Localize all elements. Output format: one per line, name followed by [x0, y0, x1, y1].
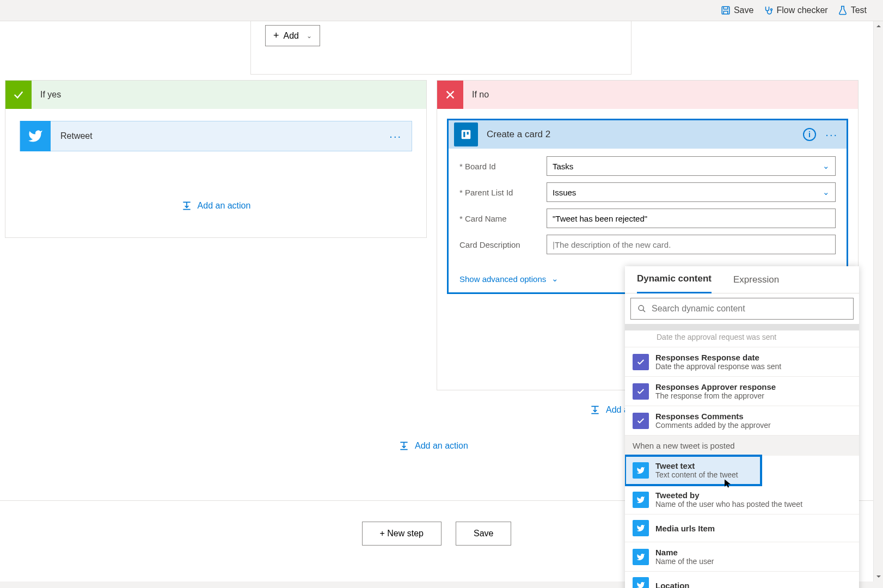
if-yes-header: If yes: [5, 81, 426, 109]
dynamic-item-cut[interactable]: Date the approval request was sent: [625, 330, 859, 347]
dynamic-item-title: Tweeted by: [655, 491, 802, 500]
dynamic-item-desc: Text content of the tweet: [655, 470, 738, 479]
dynamic-item[interactable]: Media urls Item: [625, 514, 859, 542]
x-icon: [437, 81, 463, 109]
tab-dynamic-content[interactable]: Dynamic content: [637, 266, 712, 293]
popup-tabs: Dynamic content Expression: [625, 266, 859, 293]
retweet-more-icon[interactable]: ···: [389, 130, 402, 143]
twitter-icon: [633, 520, 649, 536]
dynamic-item[interactable]: Location: [625, 572, 859, 588]
twitter-icon: [633, 549, 649, 565]
dynamic-item-desc: Comments added by the approver: [655, 421, 771, 430]
create-card-header[interactable]: Create a card 2 i ···: [449, 120, 847, 149]
tab-expression[interactable]: Expression: [733, 267, 779, 293]
dynamic-item[interactable]: Tweeted byName of the user who has poste…: [625, 485, 859, 514]
flow-checker-button[interactable]: Flow checker: [763, 5, 827, 15]
dynamic-item-title: Responses Approver response: [655, 382, 776, 391]
dynamic-item-title: Responses Response date: [655, 353, 781, 362]
save-icon: [721, 5, 731, 15]
twitter-icon: [633, 462, 649, 479]
insert-icon: [181, 200, 192, 211]
svg-rect-4: [467, 132, 469, 135]
save-flow-button[interactable]: Save: [456, 522, 511, 546]
save-button[interactable]: Save: [721, 5, 753, 15]
dynamic-item-title: Media urls Item: [655, 524, 715, 533]
dynamic-content-popup: Dynamic content Expression Date the appr…: [625, 266, 859, 588]
show-adv-label: Show advanced options: [459, 274, 546, 284]
parent-list-value: Issues: [553, 188, 576, 197]
card-desc-field[interactable]: [555, 240, 830, 249]
dynamic-item-title: Responses Comments: [655, 412, 771, 421]
chevron-down-icon: ⌄: [823, 187, 830, 197]
scroll-down-icon[interactable]: [874, 572, 883, 581]
dynamic-search-field[interactable]: [652, 304, 847, 314]
test-label: Test: [851, 5, 867, 15]
add-action-mid-label: Add an action: [415, 441, 468, 451]
svg-point-1: [771, 9, 772, 10]
flow-canvas: + Add ⌄ If yes Retweet ··· Add an action…: [0, 21, 883, 581]
chevron-down-icon: ⌄: [823, 161, 830, 171]
top-toolbar: Save Flow checker Test: [0, 0, 883, 21]
chevron-down-icon: ⌄: [551, 274, 559, 284]
twitter-icon: [20, 121, 51, 151]
dynamic-item-title: Tweet text: [655, 461, 738, 470]
new-step-button[interactable]: + New step: [362, 522, 442, 546]
approval-icon: [633, 354, 649, 370]
svg-point-5: [639, 305, 643, 310]
info-icon[interactable]: i: [803, 128, 816, 141]
dynamic-item-desc: Date the approval response was sent: [655, 362, 781, 371]
dynamic-item[interactable]: Responses Response dateDate the approval…: [625, 347, 859, 377]
dynamic-item-title: Name: [655, 548, 714, 557]
board-id-label: * Board Id: [459, 162, 547, 171]
card-desc-label: Card Description: [459, 240, 547, 249]
dynamic-item-desc: Name of the user: [655, 557, 714, 566]
vertical-scrollbar[interactable]: [873, 21, 883, 581]
twitter-icon: [633, 492, 649, 508]
insert-icon: [398, 440, 409, 451]
add-button[interactable]: + Add ⌄: [265, 25, 320, 46]
trigger-card: + Add ⌄: [250, 21, 631, 75]
save-label: Save: [734, 5, 753, 15]
if-yes-title: If yes: [40, 90, 61, 100]
dynamic-item[interactable]: Responses Approver responseThe response …: [625, 377, 859, 406]
dynamic-item-desc: The response from the approver: [655, 391, 776, 400]
card-name-label: * Card Name: [459, 214, 547, 223]
board-id-value: Tasks: [553, 162, 573, 171]
card-more-icon[interactable]: ···: [825, 128, 838, 141]
add-label: Add: [284, 31, 299, 41]
parent-list-label: * Parent List Id: [459, 188, 547, 197]
svg-rect-3: [463, 132, 466, 138]
twitter-section-header: When a new tweet is posted: [625, 436, 859, 456]
if-yes-branch: If yes Retweet ··· Add an action: [5, 80, 427, 238]
create-card-title: Create a card 2: [487, 129, 550, 140]
test-button[interactable]: Test: [838, 5, 867, 15]
board-id-select[interactable]: Tasks ⌄: [547, 156, 836, 176]
flow-checker-label: Flow checker: [776, 5, 827, 15]
dynamic-item-desc: Name of the user who has posted the twee…: [655, 500, 802, 509]
dynamic-item[interactable]: Responses CommentsComments added by the …: [625, 406, 859, 436]
card-form: * Board Id Tasks ⌄ * Parent List Id Issu…: [449, 149, 847, 264]
dynamic-item-title: Location: [655, 581, 690, 589]
flask-icon: [838, 5, 848, 15]
if-no-header: If no: [437, 81, 858, 109]
card-name-input[interactable]: [547, 209, 836, 228]
add-action-yes-label: Add an action: [198, 201, 251, 211]
dynamic-search[interactable]: [630, 298, 854, 320]
approval-icon: [633, 383, 649, 400]
dynamic-item-tweet-text[interactable]: Tweet textText content of the tweet: [625, 456, 761, 485]
add-action-yes[interactable]: Add an action: [5, 200, 426, 211]
insert-icon: [590, 405, 600, 415]
retweet-action[interactable]: Retweet ···: [20, 121, 412, 151]
twitter-icon: [633, 577, 649, 588]
svg-rect-0: [722, 7, 729, 14]
card-name-field[interactable]: [553, 214, 830, 223]
plus-icon: +: [273, 30, 279, 41]
approval-icon: [633, 413, 649, 429]
dynamic-item[interactable]: NameName of the user: [625, 542, 859, 572]
chevron-down-icon: ⌄: [306, 32, 312, 40]
add-action-mid[interactable]: Add an action: [398, 440, 468, 451]
check-icon: [5, 81, 32, 109]
scroll-up-icon[interactable]: [874, 21, 883, 31]
card-desc-input[interactable]: |: [547, 235, 836, 254]
parent-list-select[interactable]: Issues ⌄: [547, 182, 836, 202]
